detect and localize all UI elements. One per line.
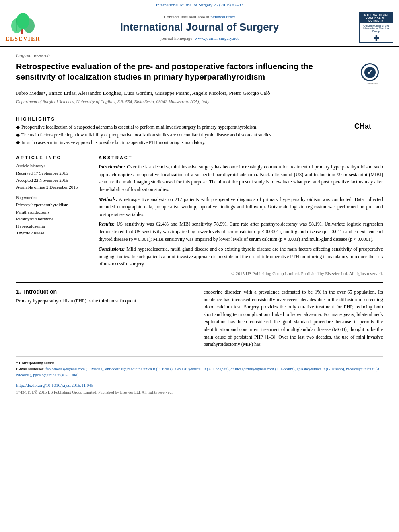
article-title: Retrospective evaluation of the pre- and… [16,61,346,82]
journal-logo-icon: ✚ [373,34,379,43]
article-type: Original research [16,53,383,58]
doi-section: http://dx.doi.org/10.1016/j.ijsu.2015.11… [16,382,383,388]
keyword-4: Hypercalcaemia [16,223,90,230]
chat-label[interactable]: CHat [354,122,371,131]
abstract-text: Introduction: Over the last decades, min… [99,163,383,268]
highlight-item-3: ◆In such cases a mini invasive approach … [16,139,383,146]
body-left: 1. Introduction Primary hyperparathyroid… [16,288,195,348]
crossmark-badge[interactable]: ✓ CrossMark [361,63,383,85]
abstract-label: ABSTRACT [99,155,383,160]
copyright-line: © 2015 IJS Publishing Group Limited. Pub… [99,271,383,276]
crossmark-label: CrossMark [361,82,383,85]
elsevier-tree-icon [7,13,39,35]
highlight-item-1: ◆Preoperative localization of a suspecte… [16,124,383,131]
intro-text-left: Primary hyperparathyroidism (PHP) is the… [16,297,195,305]
intro-divider [16,282,383,283]
bullet-icon: ◆ [16,140,20,145]
keyword-2: Parathyroidectomy [16,209,90,216]
svg-point-3 [16,13,29,29]
abstract-intro: Introduction: Over the last decades, min… [99,163,383,193]
abstract-conclusions: Conclusions: Mild hypercalcaemia, multi-… [99,245,383,268]
section-number: 1. Introduction [16,288,195,295]
received-date: Received 17 September 2015 Accepted 22 N… [16,170,90,191]
keyword-3: Parathyroid hormone [16,216,90,223]
article-info-label: ARTICLE INFO [16,155,90,160]
keyword-1: Primary hyperparathyroidism [16,201,90,209]
abstract-results: Results: US sensitivity was 62.4% and MI… [99,220,383,243]
header-right: INTERNATIONAL JOURNAL OF SURGERY Officia… [353,9,399,46]
body-right: endocrine disorder, with a prevalence es… [204,288,383,348]
body-columns: 1. Introduction Primary hyperparathyroid… [16,288,383,348]
journal-header: ELSEVIER Contents lists available at Sci… [0,9,399,47]
bullet-icon: ◆ [16,132,20,137]
affiliation: Department of Surgical Sciences, Univers… [16,99,383,104]
header-center: Contents lists available at ScienceDirec… [46,9,353,46]
authors: Fabio Medas*, Enrico Erdas, Alessandro L… [16,89,383,97]
email-note: E-mail addresses: fabiomedas@gmail.com (… [16,366,383,378]
keywords-label: Keywords: [16,195,90,200]
footnote-section: * Corresponding author. E-mail addresses… [16,356,383,394]
journal-title: International Journal of Surgery [120,21,279,33]
divider-1 [16,109,383,109]
journal-citation: International Journal of Surgery 25 (201… [156,2,243,7]
abstract-methods: Methods: A retrospective analysis on 212… [99,196,383,218]
highlights-title: HIGHLIGHTS [16,117,383,121]
article-body: Original research Retrospective evaluati… [0,47,399,401]
doi-link[interactable]: http://dx.doi.org/10.1016/j.ijsu.2015.11… [16,383,93,388]
intro-label: Introduction: [99,164,125,170]
bullet-icon: ◆ [16,125,20,129]
header-left: ELSEVIER [0,9,46,46]
issn-line: 1743-9191/© 2015 IJS Publishing Group Li… [16,390,383,394]
keyword-5: Thyroid disease [16,230,90,237]
email-list: fabiomedas@gmail.com (F. Medas), enricoe… [16,367,381,377]
elsevier-brand: ELSEVIER [6,36,41,42]
journal-logo-box: INTERNATIONAL JOURNAL OF SURGERY Officia… [359,12,393,43]
journal-logo-subtitle: Official journal of theInternational Sur… [360,23,393,34]
highlights-section: HIGHLIGHTS ◆Preoperative localization of… [16,113,383,151]
intro-text-right: endocrine disorder, with a prevalence es… [204,288,383,348]
methods-label: Methods: [99,197,117,202]
crossmark-circle: ✓ [361,63,379,81]
crossmark-inner: ✓ [364,67,376,78]
conclusions-label: Conclusions: [99,246,125,252]
sciencedirect-link[interactable]: ScienceDirect [210,14,235,19]
abstract-column: ABSTRACT Introduction: Over the last dec… [99,155,383,276]
results-label: Results: [99,221,115,227]
corresponding-note: * Corresponding author. [16,360,383,366]
journal-bar: International Journal of Surgery 25 (201… [0,0,399,9]
homepage-line: journal homepage: www.journal-surgery.ne… [160,36,239,41]
article-info-abstract: ARTICLE INFO Article history: Received 1… [16,155,383,276]
homepage-link[interactable]: www.journal-surgery.net [195,36,239,41]
elsevier-logo: ELSEVIER [6,13,41,42]
page: International Journal of Surgery 25 (201… [0,0,399,532]
highlight-item-2: ◆The main factors predicting a low relia… [16,131,383,138]
article-info-column: ARTICLE INFO Article history: Received 1… [16,155,90,276]
journal-logo-top-text: INTERNATIONAL JOURNAL OF SURGERY [360,13,393,23]
contents-line: Contents lists available at ScienceDirec… [164,14,235,19]
history-label: Article history: [16,163,90,168]
article-title-section: Retrospective evaluation of the pre- and… [16,61,383,85]
